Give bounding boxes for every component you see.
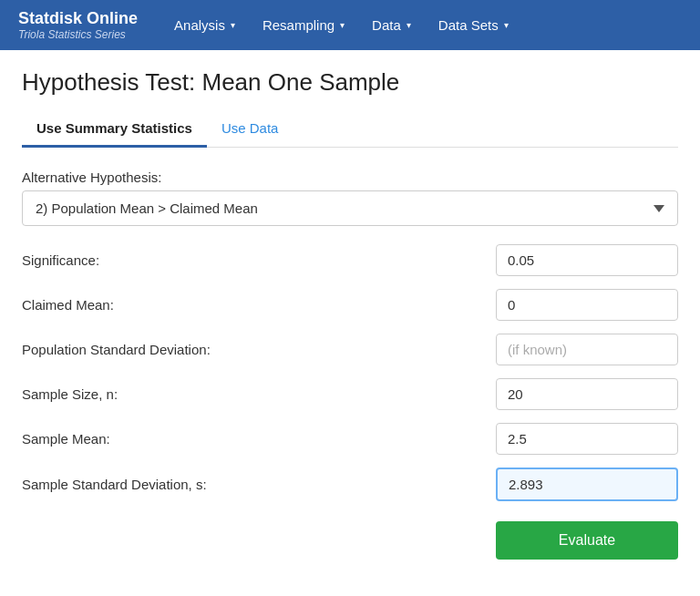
navbar-brand: Statdisk Online Triola Statistics Series — [18, 9, 138, 41]
nav-label-analysis: Analysis — [174, 17, 225, 33]
form-row-sample-mean: Sample Mean: — [22, 423, 678, 455]
sample-std-dev-input[interactable] — [496, 468, 678, 501]
sample-size-input[interactable] — [496, 378, 678, 410]
sample-mean-input[interactable] — [496, 423, 678, 455]
claimed-mean-label: Claimed Mean: — [22, 297, 496, 313]
chevron-down-icon: ▾ — [407, 20, 411, 30]
significance-label: Significance: — [22, 252, 496, 268]
main-content: Hypothesis Test: Mean One Sample Use Sum… — [0, 50, 700, 578]
sample-mean-label: Sample Mean: — [22, 431, 496, 447]
tabs-container: Use Summary Statistics Use Data — [22, 111, 678, 148]
form-row-sample-size: Sample Size, n: — [22, 378, 678, 410]
page-title: Hypothesis Test: Mean One Sample — [22, 68, 678, 97]
pop-std-dev-input[interactable] — [496, 334, 678, 365]
brand-title: Statdisk Online — [18, 9, 138, 28]
evaluate-button[interactable]: Evaluate — [496, 521, 678, 560]
form-row-pop-std-dev: Population Standard Deviation: — [22, 334, 678, 365]
nav-item-analysis[interactable]: Analysis ▾ — [165, 12, 244, 38]
chevron-down-icon: ▾ — [340, 20, 345, 30]
nav-item-data-sets[interactable]: Data Sets ▾ — [429, 12, 518, 38]
form-row-claimed-mean: Claimed Mean: — [22, 289, 678, 321]
form-row-significance: Significance: — [22, 244, 678, 276]
button-row: Evaluate — [22, 514, 678, 560]
alt-hypothesis-label: Alternative Hypothesis: — [22, 170, 678, 185]
tab-summary-stats[interactable]: Use Summary Statistics — [22, 111, 207, 148]
brand-subtitle: Triola Statistics Series — [18, 28, 138, 41]
claimed-mean-input[interactable] — [496, 289, 678, 321]
nav-item-data[interactable]: Data ▾ — [363, 12, 420, 38]
sample-std-dev-label: Sample Standard Deviation, s: — [22, 477, 496, 492]
pop-std-dev-label: Population Standard Deviation: — [22, 342, 496, 357]
alt-hypothesis-select[interactable]: 1) Population Mean ≠ Claimed Mean 2) Pop… — [22, 190, 678, 226]
nav-label-data-sets: Data Sets — [438, 17, 499, 33]
nav-label-data: Data — [372, 17, 401, 33]
nav-label-resampling: Resampling — [262, 17, 335, 33]
sample-size-label: Sample Size, n: — [22, 386, 496, 402]
navbar-menu: Analysis ▾ Resampling ▾ Data ▾ Data Sets… — [165, 12, 682, 38]
nav-item-resampling[interactable]: Resampling ▾ — [253, 12, 354, 38]
chevron-down-icon: ▾ — [504, 20, 509, 30]
form-section: Alternative Hypothesis: 1) Population Me… — [22, 170, 678, 560]
tab-use-data[interactable]: Use Data — [207, 111, 293, 148]
chevron-down-icon: ▾ — [231, 20, 235, 30]
navbar: Statdisk Online Triola Statistics Series… — [0, 0, 700, 50]
significance-input[interactable] — [496, 244, 678, 276]
form-row-sample-std-dev: Sample Standard Deviation, s: — [22, 468, 678, 501]
